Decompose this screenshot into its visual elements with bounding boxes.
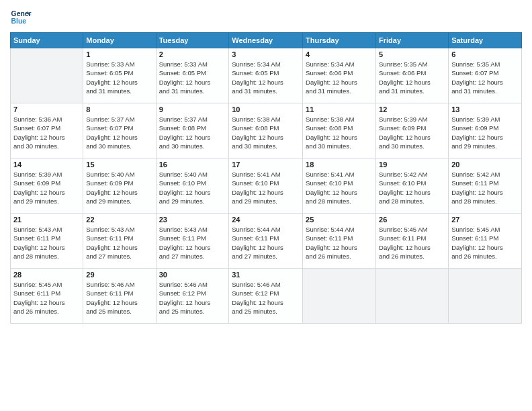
day-info: Sunrise: 5:36 AMSunset: 6:07 PMDaylight:… [13, 115, 80, 150]
day-info: Sunrise: 5:33 AMSunset: 6:05 PMDaylight:… [159, 60, 226, 95]
day-info: Sunrise: 5:38 AMSunset: 6:08 PMDaylight:… [232, 115, 300, 150]
calendar-cell: 10Sunrise: 5:38 AMSunset: 6:08 PMDayligh… [229, 103, 303, 158]
calendar-week-row: 7Sunrise: 5:36 AMSunset: 6:07 PMDaylight… [11, 103, 522, 158]
day-info: Sunrise: 5:37 AMSunset: 6:08 PMDaylight:… [159, 115, 226, 150]
main-container: General Blue SundayMondayTuesdayWednesda… [0, 0, 532, 330]
calendar-cell: 21Sunrise: 5:43 AMSunset: 6:11 PMDayligh… [11, 214, 83, 269]
day-number: 12 [379, 105, 445, 113]
calendar-cell [376, 269, 449, 324]
calendar-cell [11, 48, 83, 103]
calendar-cell: 14Sunrise: 5:39 AMSunset: 6:09 PMDayligh… [11, 158, 83, 214]
dow-cell: Monday [83, 33, 156, 48]
day-number: 9 [159, 105, 226, 113]
calendar-cell: 20Sunrise: 5:42 AMSunset: 6:11 PMDayligh… [449, 158, 522, 214]
day-number: 22 [86, 216, 152, 224]
dow-cell: Friday [376, 33, 449, 48]
day-number: 20 [451, 161, 519, 169]
calendar-cell: 3Sunrise: 5:34 AMSunset: 6:05 PMDaylight… [229, 48, 303, 103]
day-info: Sunrise: 5:33 AMSunset: 6:05 PMDaylight:… [86, 60, 152, 95]
calendar-cell: 26Sunrise: 5:45 AMSunset: 6:11 PMDayligh… [376, 214, 449, 269]
day-number: 10 [232, 105, 300, 113]
calendar-cell: 5Sunrise: 5:35 AMSunset: 6:06 PMDaylight… [376, 48, 449, 103]
dow-cell: Saturday [449, 33, 522, 48]
day-number: 17 [232, 161, 300, 169]
calendar-week-row: 14Sunrise: 5:39 AMSunset: 6:09 PMDayligh… [11, 158, 522, 214]
day-info: Sunrise: 5:41 AMSunset: 6:10 PMDaylight:… [306, 170, 373, 205]
calendar-cell: 17Sunrise: 5:41 AMSunset: 6:10 PMDayligh… [229, 158, 303, 214]
calendar-cell: 16Sunrise: 5:40 AMSunset: 6:10 PMDayligh… [156, 158, 229, 214]
calendar-cell: 11Sunrise: 5:38 AMSunset: 6:08 PMDayligh… [303, 103, 376, 158]
calendar-table: SundayMondayTuesdayWednesdayThursdayFrid… [10, 32, 522, 324]
day-number: 13 [451, 105, 519, 113]
day-number: 28 [13, 271, 80, 279]
calendar-cell [303, 269, 376, 324]
calendar-cell: 1Sunrise: 5:33 AMSunset: 6:05 PMDaylight… [83, 48, 156, 103]
day-info: Sunrise: 5:40 AMSunset: 6:09 PMDaylight:… [86, 170, 152, 205]
logo-icon: General Blue [10, 7, 32, 28]
dow-cell: Sunday [11, 33, 83, 48]
day-number: 31 [232, 271, 300, 279]
day-info: Sunrise: 5:46 AMSunset: 6:12 PMDaylight:… [232, 280, 300, 316]
dow-cell: Wednesday [229, 33, 303, 48]
dow-cell: Tuesday [156, 33, 229, 48]
day-number: 21 [13, 216, 80, 224]
day-info: Sunrise: 5:45 AMSunset: 6:11 PMDaylight:… [379, 225, 445, 261]
calendar-week-row: 28Sunrise: 5:45 AMSunset: 6:11 PMDayligh… [11, 269, 522, 324]
day-info: Sunrise: 5:43 AMSunset: 6:11 PMDaylight:… [86, 225, 152, 261]
day-info: Sunrise: 5:45 AMSunset: 6:11 PMDaylight:… [451, 225, 519, 261]
day-number: 18 [306, 161, 373, 169]
day-info: Sunrise: 5:35 AMSunset: 6:06 PMDaylight:… [379, 60, 445, 95]
calendar-cell: 31Sunrise: 5:46 AMSunset: 6:12 PMDayligh… [229, 269, 303, 324]
calendar-cell: 8Sunrise: 5:37 AMSunset: 6:07 PMDaylight… [83, 103, 156, 158]
day-number: 23 [159, 216, 226, 224]
day-info: Sunrise: 5:44 AMSunset: 6:11 PMDaylight:… [232, 225, 300, 261]
calendar-cell: 19Sunrise: 5:42 AMSunset: 6:10 PMDayligh… [376, 158, 449, 214]
calendar-cell [449, 269, 522, 324]
header: General Blue [10, 7, 522, 28]
day-number: 30 [159, 271, 226, 279]
day-info: Sunrise: 5:43 AMSunset: 6:11 PMDaylight:… [13, 225, 80, 261]
calendar-cell: 13Sunrise: 5:39 AMSunset: 6:09 PMDayligh… [449, 103, 522, 158]
day-of-week-header: SundayMondayTuesdayWednesdayThursdayFrid… [11, 33, 522, 48]
day-number: 2 [159, 50, 226, 58]
day-info: Sunrise: 5:39 AMSunset: 6:09 PMDaylight:… [379, 115, 445, 150]
day-info: Sunrise: 5:34 AMSunset: 6:06 PMDaylight:… [306, 60, 373, 95]
calendar-cell: 12Sunrise: 5:39 AMSunset: 6:09 PMDayligh… [376, 103, 449, 158]
day-number: 3 [232, 50, 300, 58]
day-info: Sunrise: 5:37 AMSunset: 6:07 PMDaylight:… [86, 115, 152, 150]
day-number: 11 [306, 105, 373, 113]
calendar-cell: 4Sunrise: 5:34 AMSunset: 6:06 PMDaylight… [303, 48, 376, 103]
calendar-cell: 23Sunrise: 5:43 AMSunset: 6:11 PMDayligh… [156, 214, 229, 269]
day-number: 24 [232, 216, 300, 224]
calendar-cell: 7Sunrise: 5:36 AMSunset: 6:07 PMDaylight… [11, 103, 83, 158]
day-number: 4 [306, 50, 373, 58]
day-info: Sunrise: 5:35 AMSunset: 6:07 PMDaylight:… [451, 60, 519, 95]
calendar-cell: 30Sunrise: 5:46 AMSunset: 6:12 PMDayligh… [156, 269, 229, 324]
logo: General Blue [10, 7, 32, 28]
day-info: Sunrise: 5:46 AMSunset: 6:11 PMDaylight:… [86, 280, 152, 316]
calendar-cell: 2Sunrise: 5:33 AMSunset: 6:05 PMDaylight… [156, 48, 229, 103]
day-info: Sunrise: 5:43 AMSunset: 6:11 PMDaylight:… [159, 225, 226, 261]
day-number: 15 [86, 161, 152, 169]
day-number: 27 [451, 216, 519, 224]
calendar-cell: 15Sunrise: 5:40 AMSunset: 6:09 PMDayligh… [83, 158, 156, 214]
day-info: Sunrise: 5:39 AMSunset: 6:09 PMDaylight:… [13, 170, 80, 205]
day-number: 5 [379, 50, 445, 58]
day-info: Sunrise: 5:46 AMSunset: 6:12 PMDaylight:… [159, 280, 226, 316]
day-info: Sunrise: 5:45 AMSunset: 6:11 PMDaylight:… [13, 280, 80, 316]
day-number: 29 [86, 271, 152, 279]
day-info: Sunrise: 5:40 AMSunset: 6:10 PMDaylight:… [159, 170, 226, 205]
day-info: Sunrise: 5:38 AMSunset: 6:08 PMDaylight:… [306, 115, 373, 150]
calendar-cell: 27Sunrise: 5:45 AMSunset: 6:11 PMDayligh… [449, 214, 522, 269]
day-number: 25 [306, 216, 373, 224]
calendar-cell: 25Sunrise: 5:44 AMSunset: 6:11 PMDayligh… [303, 214, 376, 269]
day-info: Sunrise: 5:41 AMSunset: 6:10 PMDaylight:… [232, 170, 300, 205]
day-info: Sunrise: 5:39 AMSunset: 6:09 PMDaylight:… [451, 115, 519, 150]
calendar-cell: 9Sunrise: 5:37 AMSunset: 6:08 PMDaylight… [156, 103, 229, 158]
day-info: Sunrise: 5:42 AMSunset: 6:11 PMDaylight:… [451, 170, 519, 205]
calendar-cell: 24Sunrise: 5:44 AMSunset: 6:11 PMDayligh… [229, 214, 303, 269]
day-number: 19 [379, 161, 445, 169]
calendar-body: 1Sunrise: 5:33 AMSunset: 6:05 PMDaylight… [11, 48, 522, 324]
day-info: Sunrise: 5:34 AMSunset: 6:05 PMDaylight:… [232, 60, 300, 95]
day-info: Sunrise: 5:44 AMSunset: 6:11 PMDaylight:… [306, 225, 373, 261]
